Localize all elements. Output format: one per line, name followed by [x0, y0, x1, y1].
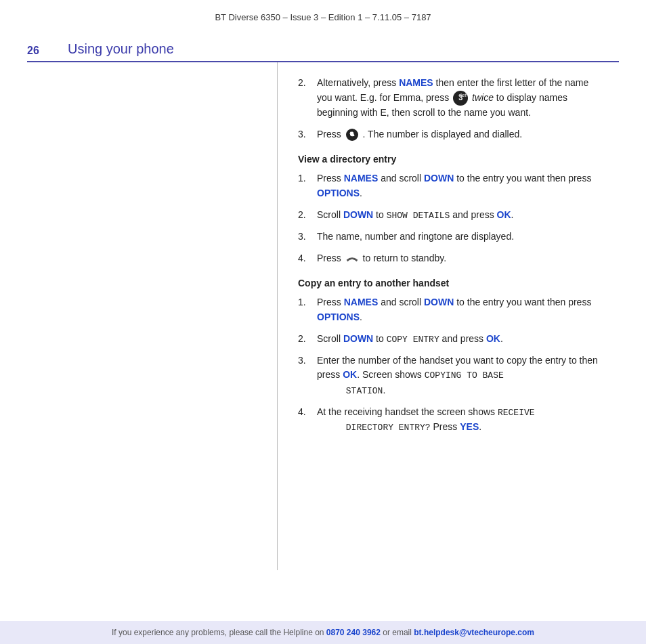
copy-ok-2: OK [343, 369, 357, 380]
step2-names: NAMES [399, 77, 433, 88]
copy-yes: YES [460, 421, 479, 432]
view-step3-text: The name, number and ringtone are displa… [317, 230, 514, 244]
step3-start: Press [317, 129, 344, 139]
page-content: 26 Using your phone 2. Alternatively, pr… [0, 29, 646, 570]
copy-step-3: 3. Enter the number of the handset you w… [298, 353, 605, 398]
copy-receive-mono2: DIRECTORY ENTRY? [346, 423, 431, 433]
copy-step-1: 1. Press NAMES and scroll DOWN to the en… [298, 295, 605, 324]
view-step-3: 3. The name, number and ringtone are dis… [298, 230, 605, 244]
page-header: BT Diverse 6350 – Issue 3 – Edition 1 – … [0, 0, 646, 29]
call-icon [345, 128, 359, 142]
footer-text-start: If you experience any problems, please c… [112, 628, 326, 637]
view-show-details: SHOW DETAILS [387, 211, 450, 221]
view-step-1: 1. Press NAMES and scroll DOWN to the en… [298, 171, 605, 200]
two-col-layout: 2. Alternatively, press NAMES then enter… [27, 62, 619, 570]
copy-entry-mono: COPY ENTRY [387, 335, 439, 345]
view-step-4: 4. Press to return to standby. [298, 251, 605, 266]
copy-down-1: DOWN [424, 297, 454, 307]
intro-steps: 2. Alternatively, press NAMES then enter… [298, 76, 605, 142]
footer-phone: 0870 240 3962 [326, 628, 381, 637]
header-text: BT Diverse 6350 – Issue 3 – Edition 1 – … [215, 12, 431, 22]
step2-italic: twice [472, 92, 494, 103]
view-step-2: 2. Scroll DOWN to SHOW DETAILS and press… [298, 208, 605, 223]
copy-step-4: 4. At the receiving handset the screen s… [298, 405, 605, 435]
view-down-2: DOWN [343, 209, 373, 220]
copy-base-mono2: STATION [346, 386, 383, 396]
copy-names-1: NAMES [344, 297, 379, 307]
footer-text-mid: or email [381, 628, 414, 637]
end-call-icon [345, 253, 359, 264]
copy-base-mono1: COPYING TO BASE [425, 370, 504, 381]
view-names-1: NAMES [344, 173, 379, 184]
view-heading: View a directory entry [298, 154, 605, 165]
section-title-row: 26 Using your phone [27, 29, 619, 62]
copy-ok-1: OK [486, 333, 500, 344]
step2-intro: Alternatively, press [317, 77, 399, 88]
step3-end: . The number is displayed and dialled. [363, 129, 523, 139]
copy-options-1: OPTIONS [317, 312, 360, 322]
copy-steps: 1. Press NAMES and scroll DOWN to the en… [298, 295, 605, 435]
step-2: 2. Alternatively, press NAMES then enter… [298, 76, 605, 121]
copy-receive-mono1: RECEIVE [498, 408, 535, 418]
view-options-1: OPTIONS [317, 188, 360, 198]
view-down-1: DOWN [424, 173, 454, 184]
copy-step-2: 2. Scroll DOWN to COPY ENTRY and press O… [298, 332, 605, 347]
footer-email: bt.helpdesk@vtecheurope.com [414, 628, 534, 637]
copy-heading: Copy an entry to another handset [298, 278, 605, 288]
step-3: 3. Press . The number is displayed and d… [298, 127, 605, 142]
copy-down-2: DOWN [343, 333, 373, 344]
view-steps: 1. Press NAMES and scroll DOWN to the en… [298, 171, 605, 265]
right-column: 2. Alternatively, press NAMES then enter… [278, 62, 619, 570]
left-column [27, 62, 278, 570]
view-ok-1: OK [497, 209, 511, 220]
key-3-button: def 3 [453, 91, 468, 106]
section-number: 26 [27, 45, 68, 57]
page-footer: If you experience any problems, please c… [0, 621, 646, 644]
section-title: Using your phone [68, 41, 174, 57]
